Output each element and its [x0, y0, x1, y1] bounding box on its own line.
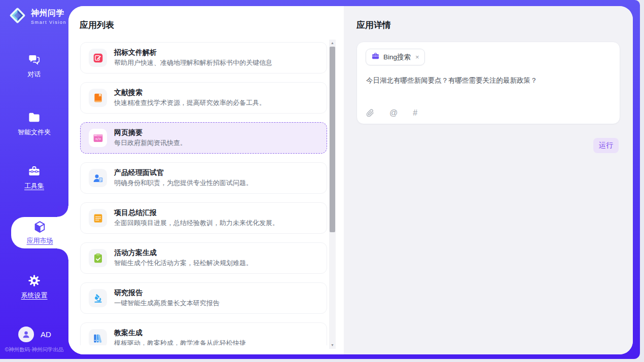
book-icon	[89, 89, 107, 107]
clipboard-check-icon	[89, 249, 107, 267]
notepad-icon	[89, 209, 107, 227]
svg-text:</>: </>	[95, 137, 100, 140]
app-card-research-report[interactable]: 研究报告一键智能生成高质量长文本研究报告	[80, 282, 327, 314]
copyright: ©神州数码·神州问学出品	[0, 346, 68, 353]
sidebar-item-app-market[interactable]: 应用市场	[11, 217, 68, 248]
app-card-project-summary[interactable]: 项目总结汇报全面回顾项目进展，总结经验教训，助力未来优化发展。	[80, 202, 327, 234]
paperclip-icon[interactable]	[366, 109, 374, 117]
app-card-title: 产品经理面试官	[114, 168, 253, 177]
close-icon[interactable]: ×	[415, 53, 419, 61]
app-card-text: 教案生成模板驱动，教案秒成，教学准备从此轻松快捷	[114, 329, 246, 345]
scrollbar-thumb[interactable]	[330, 47, 335, 232]
run-button[interactable]: 运行	[593, 138, 619, 153]
sidebar-item-settings[interactable]: 系统设置	[0, 274, 68, 300]
sidebar-item-label: 应用市场	[27, 236, 53, 245]
hash-icon[interactable]: #	[413, 109, 417, 117]
prompt-card: Bing搜索 × 今日湖北有哪些新闻要点？有哪些需要关注的最新政策？ @#	[356, 42, 620, 124]
folder-icon	[27, 111, 41, 124]
app-card-desc: 帮助用户快速、准确地理解和解析招标书中的关键信息	[114, 58, 272, 67]
briefcase-icon	[371, 52, 380, 62]
content-card: 应用列表 招标文件解析帮助用户快速、准确地理解和解析招标书中的关键信息文献搜索快…	[68, 6, 633, 354]
brand-name: 神州问学	[31, 8, 66, 19]
user-initials: AD	[41, 330, 51, 339]
brand-text: 神州问学 Smart Vision	[31, 8, 66, 25]
brand-logo-icon	[8, 6, 27, 27]
app-cards: 招标文件解析帮助用户快速、准确地理解和解析招标书中的关键信息文献搜索快速精准查找…	[80, 42, 327, 345]
app-card-text: 网页摘要每日政府新闻资讯快查。	[114, 128, 187, 148]
app-card-desc: 快速精准查找学术资源，提高研究效率的必备工具。	[114, 98, 266, 107]
app-card-title: 文献搜索	[114, 88, 266, 97]
browser-code-icon: </>	[89, 129, 107, 147]
app-card-pm-interviewer[interactable]: 产品经理面试官明确身份和职责，为您提供专业性的面试问题。	[80, 162, 327, 194]
books-icon	[89, 329, 107, 345]
app-card-title: 活动方案生成	[114, 248, 253, 257]
sidebar-item-chat[interactable]: 对话	[0, 53, 68, 79]
sidebar-item-label: 工具集	[24, 182, 44, 191]
app-card-web-summary[interactable]: </>网页摘要每日政府新闻资讯快查。	[80, 122, 327, 154]
interviewer-icon	[89, 169, 107, 187]
tool-chip-label: Bing搜索	[383, 53, 411, 62]
app-list-panel: 应用列表 招标文件解析帮助用户快速、准确地理解和解析招标书中的关键信息文献搜索快…	[68, 6, 344, 354]
app-card-literature-search[interactable]: 文献搜索快速精准查找学术资源，提高研究效率的必备工具。	[80, 82, 327, 114]
app-card-title: 研究报告	[114, 288, 220, 297]
app-card-desc: 一键智能生成高质量长文本研究报告	[114, 299, 220, 308]
toolbox-icon	[27, 164, 41, 178]
app-window: 神州问学 Smart Vision 对话智能文件夹工具集应用市场系统设置 AD …	[0, 0, 644, 362]
app-card-text: 活动方案生成智能生成个性化活动方案，轻松解决规划难题。	[114, 248, 253, 268]
app-card-title: 教案生成	[114, 329, 246, 337]
app-card-text: 招标文件解析帮助用户快速、准确地理解和解析招标书中的关键信息	[114, 48, 272, 68]
app-card-event-plan[interactable]: 活动方案生成智能生成个性化活动方案，轻松解决规划难题。	[80, 242, 327, 274]
tool-chip-bing-search[interactable]: Bing搜索 ×	[366, 49, 425, 65]
avatar	[18, 327, 34, 342]
sidebar-item-label: 系统设置	[21, 291, 48, 300]
app-card-title: 招标文件解析	[114, 48, 272, 57]
sidebar-item-label: 智能文件夹	[18, 128, 51, 137]
app-card-lesson-plan[interactable]: 教案生成模板驱动，教案秒成，教学准备从此轻松快捷	[80, 322, 327, 345]
sidebar-item-toolset[interactable]: 工具集	[0, 164, 68, 191]
scroll-up-icon[interactable]: ▲	[329, 41, 336, 46]
app-card-text: 研究报告一键智能生成高质量长文本研究报告	[114, 288, 220, 308]
scrollbar[interactable]: ▲ ▼	[329, 40, 336, 349]
app-list-title: 应用列表	[80, 19, 114, 31]
composer-toolbar: @#	[366, 109, 417, 117]
research-icon	[89, 289, 107, 307]
brand: 神州问学 Smart Vision	[8, 6, 66, 27]
app-card-title: 网页摘要	[114, 128, 187, 137]
app-card-text: 产品经理面试官明确身份和职责，为您提供专业性的面试问题。	[114, 168, 253, 188]
app-detail-title: 应用详情	[356, 19, 391, 31]
scroll-down-icon[interactable]: ▼	[329, 343, 336, 348]
brand-tagline: Smart Vision	[31, 20, 66, 25]
sidebar-item-smart-folder[interactable]: 智能文件夹	[0, 111, 68, 137]
app-card-desc: 模板驱动，教案秒成，教学准备从此轻松快捷	[114, 339, 246, 345]
app-card-desc: 全面回顾项目进展，总结经验教训，助力未来优化发展。	[114, 219, 279, 228]
sidebar: 神州问学 Smart Vision 对话智能文件夹工具集应用市场系统设置 AD …	[0, 0, 68, 359]
app-card-desc: 每日政府新闻资讯快查。	[114, 138, 187, 148]
app-card-text: 项目总结汇报全面回顾项目进展，总结经验教训，助力未来优化发展。	[114, 208, 279, 228]
user-profile[interactable]: AD	[18, 327, 51, 342]
app-detail-panel: 应用详情 Bing搜索 × 今日湖北有哪些新闻要点？有哪些需要关注的最新政策？ …	[344, 6, 633, 354]
app-card-text: 文献搜索快速精准查找学术资源，提高研究效率的必备工具。	[114, 88, 266, 108]
app-card-tender-analysis[interactable]: 招标文件解析帮助用户快速、准确地理解和解析招标书中的关键信息	[80, 42, 327, 74]
query-text[interactable]: 今日湖北有哪些新闻要点？有哪些需要关注的最新政策？	[366, 76, 612, 86]
app-card-title: 项目总结汇报	[114, 208, 279, 217]
app-card-desc: 明确身份和职责，为您提供专业性的面试问题。	[114, 178, 253, 188]
app-card-desc: 智能生成个性化活动方案，轻松解决规划难题。	[114, 259, 253, 268]
cube-icon	[33, 220, 47, 234]
chat-icon	[27, 53, 41, 66]
at-icon[interactable]: @	[389, 109, 398, 117]
sidebar-item-label: 对话	[28, 70, 41, 79]
edit-document-icon	[89, 49, 107, 67]
gear-icon	[27, 274, 41, 287]
